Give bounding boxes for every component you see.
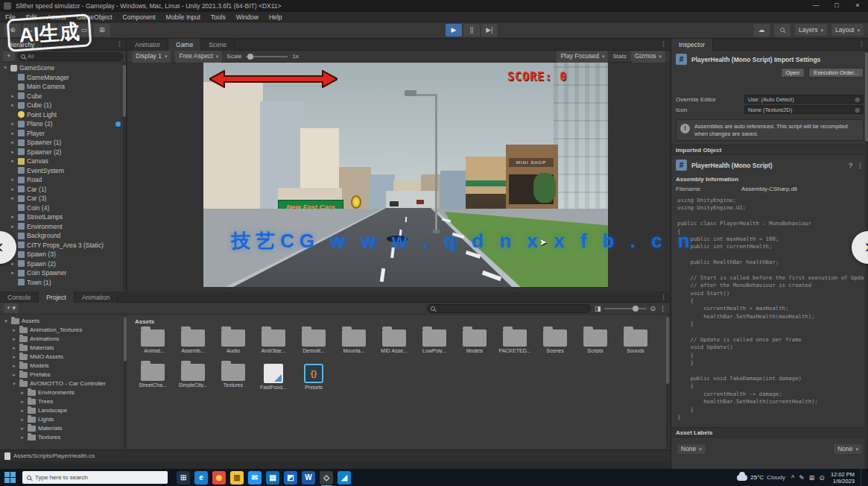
expand-arrow-icon[interactable]: ▸	[19, 433, 25, 442]
layout-dropdown[interactable]: Layout▾	[831, 24, 864, 36]
project-tree-item[interactable]: ▸Landscape	[0, 406, 126, 415]
expand-arrow-icon[interactable]: ▾	[3, 317, 9, 326]
expand-arrow-icon[interactable]: ▸	[10, 212, 16, 222]
hierarchy-item[interactable]: ▸Player	[0, 129, 122, 139]
project-tree-item[interactable]: ▸Materials	[0, 424, 126, 433]
project-tree-item[interactable]: ▸Materials	[0, 344, 126, 353]
tab-scene[interactable]: Scene	[201, 39, 235, 51]
step-button[interactable]: ▶|	[481, 24, 498, 37]
tab-inspector[interactable]: Inspector	[671, 39, 713, 51]
project-tree-item[interactable]: ▾AVOMOTTO - Car Controller	[0, 379, 126, 388]
aspect-dropdown[interactable]: Free Aspect▾	[175, 51, 222, 63]
expand-arrow-icon[interactable]: ▸	[10, 119, 16, 129]
asset-item[interactable]: Scenes	[540, 329, 570, 353]
tray-icon-2[interactable]: ⊞	[809, 474, 815, 482]
tray-icon-0[interactable]: ^	[791, 474, 794, 482]
menu-tools[interactable]: Tools	[206, 12, 231, 22]
asset-item[interactable]: Models	[460, 329, 490, 353]
stats-button[interactable]: Stats	[612, 53, 626, 60]
hierarchy-item[interactable]: ▸Spawn (2)	[0, 259, 122, 269]
asset-item[interactable]: {}Presets	[299, 364, 329, 390]
project-tree-item[interactable]: ▸Animations	[0, 335, 126, 344]
expand-arrow-icon[interactable]: ▸	[11, 370, 17, 379]
asset-item[interactable]: FastFood...	[259, 364, 288, 390]
asset-item[interactable]: Mounta...	[339, 329, 369, 353]
taskbar-app-edge[interactable]: e	[194, 471, 208, 485]
asset-item[interactable]: PACKETED...	[500, 329, 530, 353]
project-tree-item[interactable]: ▸Prefabs	[0, 370, 126, 379]
hierarchy-search-input[interactable]: All	[17, 52, 123, 61]
taskbar-app-vscode[interactable]: ◢	[338, 471, 351, 485]
hierarchy-item[interactable]: Main Camera	[0, 82, 122, 92]
expand-arrow-icon[interactable]: ▸	[19, 397, 25, 406]
expand-arrow-icon[interactable]: ▸	[10, 157, 16, 166]
tab-animation[interactable]: Animation	[75, 291, 118, 303]
hierarchy-item[interactable]: ▸Car (1)	[0, 185, 122, 195]
project-search-input[interactable]	[427, 304, 591, 313]
panel-menu-icon[interactable]: ⋮	[858, 40, 865, 48]
asset-item[interactable]: AndObje...	[259, 329, 288, 353]
pause-button[interactable]: ||	[463, 24, 480, 37]
hierarchy-item[interactable]: Background	[0, 231, 122, 241]
hierarchy-item[interactable]: Point Light	[0, 110, 122, 120]
weather-widget[interactable]: 25°C Cloudy	[737, 474, 785, 481]
taskbar-app-photos[interactable]: ◩	[284, 471, 297, 485]
play-focused-dropdown[interactable]: Play Focused▾	[557, 51, 608, 63]
expand-arrow-icon[interactable]: ▸	[10, 148, 16, 157]
expand-arrow-icon[interactable]: ▸	[11, 326, 17, 335]
project-tree-item[interactable]: ▸Animation_Textures	[0, 326, 126, 335]
expand-arrow-icon[interactable]: ▸	[10, 194, 16, 203]
asset-bundle-dropdown[interactable]: None▾	[677, 444, 706, 454]
project-tree-item[interactable]: ▸Trees	[0, 397, 126, 406]
hierarchy-item[interactable]: ▸Spawner (2)	[0, 148, 122, 157]
menu-window[interactable]: Window	[231, 12, 264, 22]
tab-console[interactable]: Console	[0, 291, 39, 303]
property-value-dropdown[interactable]: Use: (Auto Detect)◎	[744, 95, 864, 104]
grid-scrollbar[interactable]	[666, 315, 669, 449]
hierarchy-item[interactable]: ▸StreetLamps	[0, 212, 122, 222]
asset-item[interactable]: _Animat...	[138, 329, 168, 353]
execution-order-button[interactable]: Execution Order...	[808, 68, 864, 78]
hierarchy-item[interactable]: ▸Canvas	[0, 157, 122, 166]
open-button[interactable]: Open	[781, 68, 805, 78]
expand-arrow-icon[interactable]: ▸	[19, 424, 25, 433]
menu-component[interactable]: Component	[118, 12, 161, 22]
expand-arrow-icon[interactable]: ▸	[10, 268, 16, 278]
cloud-icon[interactable]: ☁	[753, 24, 770, 37]
project-tree-item[interactable]: ▸Textures	[0, 433, 126, 442]
start-button[interactable]	[4, 472, 16, 484]
context-menu-icon[interactable]: ⋮	[857, 162, 864, 169]
asset-item[interactable]: Sounds	[621, 329, 650, 353]
asset-item[interactable]: Audio	[218, 329, 248, 353]
hierarchy-item[interactable]: ▸Car (3)	[0, 194, 122, 203]
taskbar-app-task-view[interactable]: ⊞	[177, 471, 190, 485]
expand-arrow-icon[interactable]: ▸	[11, 335, 17, 344]
close-button[interactable]: ×	[847, 0, 868, 12]
taskbar-app-word[interactable]: W	[302, 471, 315, 485]
hierarchy-item[interactable]: GameManager	[0, 73, 122, 83]
expand-arrow-icon[interactable]: ▸	[11, 344, 17, 353]
asset-item[interactable]: Textures	[218, 364, 248, 390]
layers-dropdown[interactable]: Layers▾	[795, 24, 827, 36]
hierarchy-item[interactable]: Coin (4)	[0, 203, 122, 213]
project-tree-item[interactable]: ▸MidO Assets	[0, 353, 126, 362]
project-tree-item[interactable]: ▸Lights	[0, 415, 126, 424]
tree-scrollbar[interactable]	[124, 315, 127, 449]
project-tree-item[interactable]: ▸Models	[0, 362, 126, 370]
hierarchy-item[interactable]: ▸Coin Spawner	[0, 268, 122, 278]
expand-arrow-icon[interactable]: ▾	[2, 63, 8, 73]
project-tree-item[interactable]: ▾Assets	[0, 317, 126, 326]
hierarchy-item[interactable]: ▸Cube (1)	[0, 101, 122, 110]
display-dropdown[interactable]: Display 1▾	[132, 51, 171, 63]
panel-menu-icon[interactable]: ⋮	[660, 40, 667, 48]
expand-arrow-icon[interactable]: ▸	[10, 175, 16, 185]
lock-icon[interactable]: ⊙	[650, 305, 656, 312]
asset-item[interactable]: StreetCha...	[138, 364, 168, 390]
hierarchy-item[interactable]: ▸CITY Props_Area 3 (Static)	[0, 241, 122, 250]
hierarchy-item[interactable]: ▸Plane (2)	[0, 119, 122, 129]
expand-arrow-icon[interactable]: ▸	[10, 92, 16, 101]
create-button[interactable]: +	[3, 51, 15, 61]
hierarchy-item[interactable]: ▸Environment	[0, 222, 122, 232]
transform-tool-5[interactable]: ⊞	[94, 24, 110, 37]
expand-arrow-icon[interactable]: ▸	[10, 101, 16, 110]
